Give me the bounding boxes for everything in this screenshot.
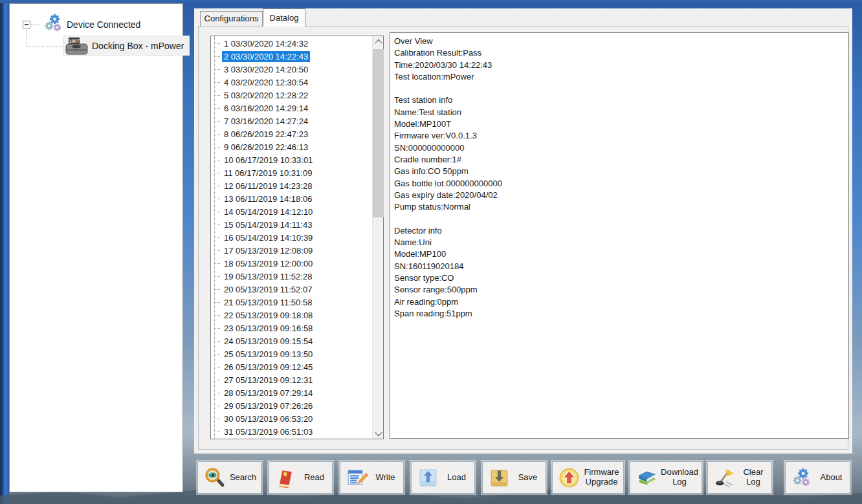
toolbar-button-icon bbox=[489, 467, 510, 488]
toolbar-button-icon bbox=[636, 467, 658, 488]
tree-connector bbox=[27, 47, 62, 47]
datalog-entry[interactable]: 31 05/13/2019 06:51:03 bbox=[211, 425, 372, 438]
tree-item-label: Docking Box - mPower bbox=[92, 41, 184, 51]
toolbar-button-icon bbox=[417, 467, 439, 488]
tree-item-docking-box[interactable]: Docking Box - mPower bbox=[63, 36, 190, 56]
toolbar: Search Read Write Load Save bbox=[0, 461, 862, 494]
datalog-entry[interactable]: 1 03/30/2020 14:24:32 bbox=[211, 37, 372, 50]
datalog-entry[interactable]: 20 05/13/2019 11:52:07 bbox=[211, 283, 372, 296]
load-button[interactable]: Load bbox=[411, 461, 475, 494]
datalog-entry[interactable]: 7 03/16/2020 14:27:24 bbox=[211, 115, 372, 127]
datalog-entry[interactable]: 4 03/20/2020 12:30:54 bbox=[211, 76, 372, 89]
detail-line: Model:MP100 bbox=[394, 248, 845, 260]
datalog-entry[interactable]: 26 05/13/2019 09:12:45 bbox=[211, 360, 372, 373]
toolbar-button-label: Load bbox=[439, 473, 474, 483]
datalog-entry[interactable]: 21 05/13/2019 11:50:58 bbox=[211, 296, 372, 309]
datalog-entry[interactable]: 16 05/14/2019 14:10:39 bbox=[211, 231, 372, 244]
tree-expander-icon[interactable] bbox=[23, 21, 30, 28]
docking-box-icon bbox=[65, 37, 89, 55]
detail-line: Model:MP100T bbox=[394, 118, 845, 130]
about-button[interactable]: About bbox=[785, 461, 850, 494]
datalog-entry[interactable]: 28 05/13/2019 07:29:14 bbox=[211, 386, 372, 399]
save-button[interactable]: Save bbox=[482, 461, 546, 494]
detail-line: Name:Uni bbox=[394, 237, 845, 248]
detail-line: Calibration Result:Pass bbox=[394, 47, 845, 59]
detail-line: Detector info bbox=[394, 225, 845, 237]
toolbar-button-label: Write bbox=[368, 473, 403, 483]
scroll-down-icon[interactable] bbox=[373, 428, 384, 439]
detail-line: Pump status:Normal bbox=[394, 201, 845, 213]
detail-line: SN:000000000000 bbox=[394, 142, 845, 154]
detail-line: Gas info:CO 50ppm bbox=[394, 166, 845, 177]
datalog-entry[interactable]: 30 05/13/2019 06:53:20 bbox=[211, 412, 372, 425]
detail-line: Over View bbox=[394, 36, 845, 47]
datalog-detail-panel: Over View Calibration Result:Pass Time:2… bbox=[390, 32, 849, 439]
detail-line: Gas bottle lot:000000000000 bbox=[394, 178, 845, 190]
datalog-entry[interactable]: 11 06/17/2019 10:31:09 bbox=[211, 166, 372, 179]
toolbar-button-label: Read bbox=[296, 473, 332, 483]
firmware-upgrade-button[interactable]: Firmware Upgrade bbox=[552, 461, 624, 494]
datalog-entry[interactable]: 6 03/16/2020 14:29:14 bbox=[211, 102, 372, 115]
device-tree-panel: Device Connected Docking Box - mPower bbox=[9, 3, 183, 492]
toolbar-button-label: Clear Log bbox=[735, 468, 771, 487]
datalog-entry[interactable]: 13 06/11/2019 14:18:06 bbox=[211, 192, 372, 205]
write-button[interactable]: Write bbox=[340, 461, 404, 494]
datalog-entry[interactable]: 3 03/30/2020 14:20:50 bbox=[211, 63, 372, 76]
toolbar-button-icon bbox=[275, 467, 296, 488]
download-log-button[interactable]: Download Log bbox=[630, 461, 702, 494]
scroll-up-icon[interactable] bbox=[373, 36, 384, 47]
datalog-entry[interactable]: 8 06/26/2019 22:47:23 bbox=[211, 127, 372, 140]
toolbar-button-icon bbox=[558, 467, 580, 488]
datalog-entry[interactable]: 27 05/13/2019 09:12:31 bbox=[211, 373, 372, 386]
tree-connector bbox=[31, 25, 41, 25]
detail-line: SN:160119020184 bbox=[394, 261, 845, 272]
datalog-entry[interactable]: 17 05/13/2019 12:08:09 bbox=[211, 244, 372, 257]
datalog-list-scrollbar[interactable] bbox=[372, 36, 383, 439]
datalog-entry[interactable]: 15 05/14/2019 14:11:43 bbox=[211, 218, 372, 231]
datalog-entry[interactable]: 19 05/13/2019 11:52:28 bbox=[211, 270, 372, 283]
toolbar-button-label: About bbox=[813, 473, 850, 483]
toolbar-button-label: Save bbox=[510, 473, 546, 483]
detail-line: Test location:mPower bbox=[394, 71, 845, 83]
toolbar-button-label: Search bbox=[225, 473, 261, 483]
tree-item-device-connected[interactable]: Device Connected bbox=[67, 19, 140, 30]
datalog-entry[interactable]: 12 06/11/2019 14:23:28 bbox=[211, 179, 372, 192]
datalog-entry[interactable]: 14 05/14/2019 14:12:10 bbox=[211, 205, 372, 218]
detail-line: Span reading:51ppm bbox=[394, 308, 845, 320]
read-button[interactable]: Read bbox=[269, 461, 333, 494]
toolbar-button-label: Firmware Upgrade bbox=[580, 468, 623, 487]
datalog-entry[interactable]: 29 05/13/2019 07:26:26 bbox=[211, 399, 372, 412]
detail-line bbox=[394, 213, 845, 225]
detail-line: Time:2020/03/30 14:22:43 bbox=[394, 60, 845, 71]
detail-line: Sensor type:CO bbox=[394, 272, 845, 284]
toolbar-button-icon bbox=[346, 467, 368, 488]
toolbar-button-icon bbox=[714, 467, 735, 488]
datalog-entry[interactable]: 9 06/26/2019 22:46:13 bbox=[211, 140, 372, 153]
gears-icon bbox=[43, 13, 64, 34]
datalog-entry[interactable]: 25 05/13/2019 09:13:50 bbox=[211, 347, 372, 360]
search-button[interactable]: Search bbox=[197, 461, 261, 494]
datalog-entry[interactable]: 2 03/30/2020 14:22:43 bbox=[211, 50, 372, 63]
detail-line: Name:Test station bbox=[394, 107, 845, 118]
tab-configurations[interactable]: Configurations bbox=[200, 11, 263, 26]
datalog-list[interactable]: 1 03/30/2020 14:24:32 2 03/30/2020 14:22… bbox=[210, 36, 384, 439]
tree-connector bbox=[27, 30, 27, 47]
datalog-entry[interactable]: 24 05/13/2019 09:15:54 bbox=[211, 334, 372, 347]
detail-line: Firmware ver:V0.0.1.3 bbox=[394, 130, 845, 142]
detail-line: Sensor range:500ppm bbox=[394, 284, 845, 296]
datalog-entry[interactable]: 23 05/13/2019 09:16:58 bbox=[211, 322, 372, 334]
detail-line: Test station info bbox=[394, 94, 845, 106]
toolbar-button-label: Download Log bbox=[658, 468, 702, 487]
datalog-entry[interactable]: 18 05/13/2019 12:00:00 bbox=[211, 257, 372, 270]
datalog-entry[interactable]: 5 03/20/2020 12:28:22 bbox=[211, 89, 372, 102]
datalog-entry[interactable]: 10 06/17/2019 10:33:01 bbox=[211, 153, 372, 166]
detail-line: Air reading:0ppm bbox=[394, 296, 845, 308]
desktop-left-edge bbox=[0, 0, 9, 504]
toolbar-button-icon bbox=[791, 467, 813, 488]
scrollbar-thumb[interactable] bbox=[373, 49, 384, 217]
clear-log-button[interactable]: Clear Log bbox=[707, 461, 772, 494]
tab-datalog[interactable]: Datalog bbox=[263, 8, 305, 27]
toolbar-button-icon bbox=[204, 467, 225, 488]
datalog-entry[interactable]: 22 05/13/2019 09:18:08 bbox=[211, 309, 372, 322]
detail-line: Gas expiry date:2020/04/02 bbox=[394, 190, 845, 201]
